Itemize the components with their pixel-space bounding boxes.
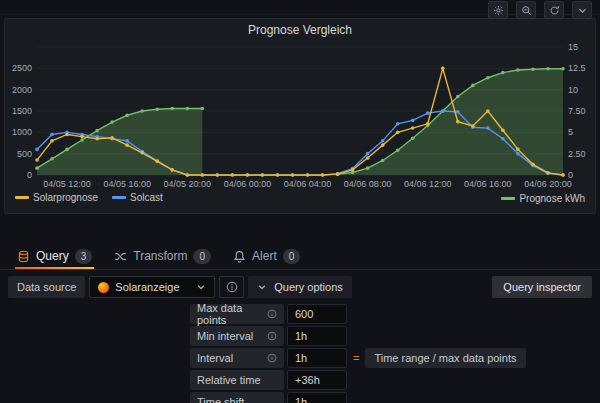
option-label-box: Interval bbox=[190, 348, 284, 368]
editor-tabs: Query 3 Transform 0 Alert 0 bbox=[0, 243, 600, 270]
chevron-down-icon bbox=[257, 282, 267, 292]
tab-label: Alert bbox=[252, 249, 277, 263]
svg-text:04/06 20:00: 04/06 20:00 bbox=[524, 179, 572, 189]
equals-operator: = bbox=[350, 352, 362, 364]
panel-title: Prognose Vergleich bbox=[248, 23, 352, 37]
legend-item-prognose-kwh[interactable]: Prognose kWh bbox=[501, 193, 585, 204]
option-label-box: Relative time bbox=[190, 370, 284, 390]
legend-swatch-green bbox=[501, 197, 515, 200]
svg-text:04/06 04:00: 04/06 04:00 bbox=[284, 179, 332, 189]
option-row-relative-time: Relative time +36h bbox=[190, 370, 592, 390]
relative-time-input[interactable]: +36h bbox=[287, 370, 347, 390]
svg-text:04/06 12:00: 04/06 12:00 bbox=[404, 179, 452, 189]
option-row-interval: Interval 1h = Time range / max data poin… bbox=[190, 348, 592, 368]
tab-query-count: 3 bbox=[75, 249, 93, 264]
chart-svg[interactable]: 0500100015002000250002.5057.501012.51504… bbox=[5, 41, 593, 191]
legend-label: Solcast bbox=[130, 192, 163, 203]
svg-text:2.50: 2.50 bbox=[568, 149, 586, 159]
tab-label: Transform bbox=[133, 249, 187, 263]
svg-text:04/05 12:00: 04/05 12:00 bbox=[43, 179, 91, 189]
svg-text:2000: 2000 bbox=[12, 85, 32, 95]
database-icon bbox=[17, 250, 30, 263]
refresh-icon[interactable] bbox=[544, 1, 564, 19]
max-data-points-input[interactable]: 600 bbox=[287, 304, 347, 324]
option-row-max-data-points: Max data points 600 bbox=[190, 304, 592, 324]
datasource-row: Data source Solaranzeige Query options Q… bbox=[8, 275, 592, 299]
legend-item-solcast[interactable]: Solcast bbox=[112, 192, 163, 203]
datasource-label: Data source bbox=[8, 276, 85, 298]
svg-text:04/05 20:00: 04/05 20:00 bbox=[164, 179, 212, 189]
svg-text:04/06 08:00: 04/06 08:00 bbox=[344, 179, 392, 189]
legend-swatch-yellow bbox=[15, 196, 29, 199]
legend-label: Prognose kWh bbox=[519, 193, 585, 204]
legend-item-solarprognose[interactable]: Solarprognose bbox=[15, 192, 98, 203]
option-label-box: Time shift bbox=[190, 392, 284, 403]
option-label-box: Min interval bbox=[190, 326, 284, 346]
zoom-out-icon[interactable] bbox=[516, 1, 536, 19]
svg-text:500: 500 bbox=[17, 149, 32, 159]
svg-text:0: 0 bbox=[27, 170, 32, 180]
option-label-box: Max data points bbox=[190, 304, 284, 324]
bell-icon bbox=[233, 250, 246, 263]
interval-value: 1h bbox=[287, 348, 347, 368]
tab-label: Query bbox=[36, 249, 69, 263]
settings-icon[interactable] bbox=[488, 1, 508, 19]
legend-swatch-blue bbox=[112, 196, 126, 199]
panel-prognose-vergleich: Prognose Vergleich 050010001500200025000… bbox=[4, 18, 596, 214]
svg-text:1000: 1000 bbox=[12, 127, 32, 137]
chart-legend: Solarprognose Solcast Prognose kWh bbox=[5, 191, 595, 209]
time-shift-input[interactable]: 1h bbox=[287, 392, 347, 403]
legend-label: Solarprognose bbox=[33, 192, 98, 203]
spacer bbox=[0, 214, 600, 243]
option-row-time-shift: Time shift 1h bbox=[190, 392, 592, 403]
query-options-toggle[interactable]: Query options bbox=[248, 276, 351, 298]
svg-text:5: 5 bbox=[568, 127, 573, 137]
chevron-down-icon bbox=[196, 282, 206, 292]
tab-transform[interactable]: Transform 0 bbox=[103, 243, 222, 269]
tab-transform-count: 0 bbox=[193, 249, 211, 264]
info-icon[interactable] bbox=[267, 353, 277, 363]
datasource-value: Solaranzeige bbox=[115, 281, 179, 293]
svg-text:2500: 2500 bbox=[12, 63, 32, 73]
panel-header[interactable]: Prognose Vergleich bbox=[5, 19, 595, 41]
info-icon[interactable] bbox=[267, 309, 277, 319]
svg-text:1500: 1500 bbox=[12, 106, 32, 116]
svg-text:7.50: 7.50 bbox=[568, 106, 586, 116]
tab-query[interactable]: Query 3 bbox=[6, 243, 103, 269]
interval-formula: Time range / max data points bbox=[365, 348, 525, 368]
svg-text:15: 15 bbox=[568, 42, 578, 52]
svg-text:04/06 16:00: 04/06 16:00 bbox=[464, 179, 512, 189]
datasource-picker[interactable]: Solaranzeige bbox=[89, 276, 215, 298]
option-row-min-interval: Min interval 1h bbox=[190, 326, 592, 346]
datasource-help-button[interactable] bbox=[219, 276, 244, 298]
tab-alert[interactable]: Alert 0 bbox=[222, 243, 311, 269]
chevron-down-icon[interactable] bbox=[572, 1, 592, 19]
option-label: Relative time bbox=[197, 374, 261, 386]
min-interval-input[interactable]: 1h bbox=[287, 326, 347, 346]
query-options-panel: Max data points 600 Min interval 1h Inte… bbox=[190, 304, 592, 403]
info-circle-icon bbox=[226, 281, 238, 293]
option-label: Interval bbox=[197, 352, 233, 364]
tab-alert-count: 0 bbox=[283, 249, 301, 264]
option-label: Time shift bbox=[197, 396, 244, 403]
query-options-label: Query options bbox=[274, 281, 342, 293]
option-label: Max data points bbox=[197, 302, 267, 326]
svg-text:04/05 16:00: 04/05 16:00 bbox=[103, 179, 151, 189]
svg-text:10: 10 bbox=[568, 85, 578, 95]
option-label: Min interval bbox=[197, 330, 253, 342]
query-inspector-button[interactable]: Query inspector bbox=[492, 276, 592, 298]
query-editor: Data source Solaranzeige Query options Q… bbox=[0, 270, 600, 403]
shuffle-icon bbox=[114, 250, 127, 263]
top-toolbar bbox=[0, 0, 600, 15]
info-icon[interactable] bbox=[267, 331, 277, 341]
datasource-logo-icon bbox=[98, 282, 109, 293]
svg-text:04/06 00:00: 04/06 00:00 bbox=[224, 179, 272, 189]
svg-text:12.5: 12.5 bbox=[568, 63, 586, 73]
